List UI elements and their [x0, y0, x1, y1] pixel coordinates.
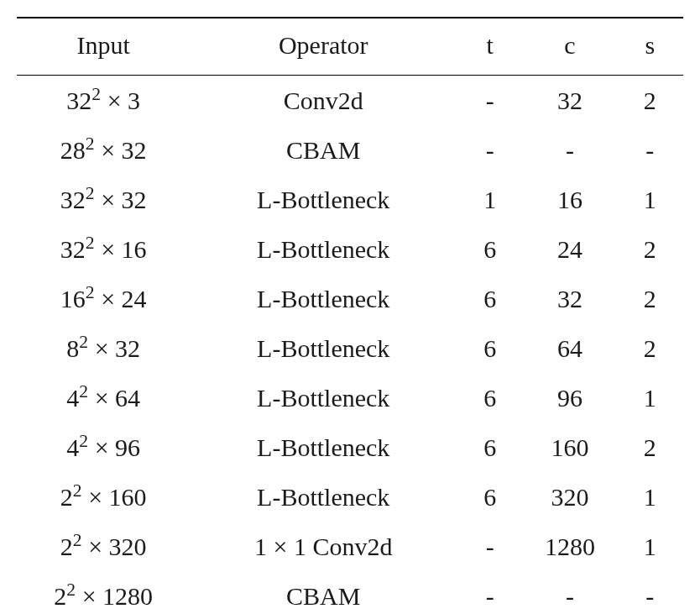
input-suffix: × 32	[95, 186, 147, 213]
col-header-operator: Operator	[190, 18, 457, 76]
input-base: 2	[60, 533, 73, 560]
input-exponent: 2	[86, 183, 95, 203]
cell-s: 2	[617, 274, 683, 323]
table-row: 322 × 16L-Bottleneck6242	[17, 224, 683, 274]
cell-input: 22 × 160	[17, 472, 190, 522]
cell-t: 6	[457, 373, 523, 422]
cell-c: 24	[523, 224, 616, 274]
cell-t: 6	[457, 323, 523, 373]
cell-input: 82 × 32	[17, 323, 190, 373]
input-exponent: 2	[73, 480, 82, 501]
col-header-t: t	[457, 18, 523, 76]
cell-operator: L-Bottleneck	[190, 472, 457, 522]
cell-s: -	[617, 571, 683, 614]
cell-t: 6	[457, 472, 523, 522]
cell-operator: L-Bottleneck	[190, 274, 457, 323]
input-base: 8	[66, 334, 79, 362]
cell-input: 322 × 32	[17, 175, 190, 224]
cell-t: 1	[457, 175, 523, 224]
cell-t: -	[457, 571, 523, 614]
cell-c: 160	[523, 422, 616, 472]
cell-s: 1	[617, 175, 683, 224]
cell-input: 22 × 1280	[17, 571, 190, 614]
input-suffix: × 96	[88, 433, 140, 461]
cell-s: 2	[617, 76, 683, 126]
table-row: 22 × 3201 × 1 Conv2d-12801	[17, 522, 683, 571]
cell-input: 42 × 64	[17, 373, 190, 422]
input-base: 32	[66, 87, 91, 114]
cell-c: -	[523, 571, 616, 614]
cell-t: -	[457, 522, 523, 571]
cell-s: 2	[617, 224, 683, 274]
cell-operator: L-Bottleneck	[190, 422, 457, 472]
cell-c: 1280	[523, 522, 616, 571]
input-base: 2	[60, 483, 73, 511]
col-header-input: Input	[17, 18, 190, 76]
input-exponent: 2	[79, 332, 88, 352]
cell-s: 1	[617, 373, 683, 422]
input-base: 2	[54, 582, 66, 610]
table-row: 22 × 160L-Bottleneck63201	[17, 472, 683, 522]
cell-c: 32	[523, 274, 616, 323]
input-suffix: × 16	[95, 235, 147, 263]
input-exponent: 2	[73, 530, 82, 550]
cell-s: 1	[617, 522, 683, 571]
cell-input: 162 × 24	[17, 274, 190, 323]
table-body: 322 × 3Conv2d-322282 × 32CBAM---322 × 32…	[17, 76, 683, 615]
cell-s: 2	[617, 323, 683, 373]
cell-c: 16	[523, 175, 616, 224]
col-header-c: c	[523, 18, 616, 76]
input-base: 4	[66, 384, 79, 412]
cell-t: -	[457, 125, 523, 175]
cell-operator: L-Bottleneck	[190, 175, 457, 224]
table-row: 282 × 32CBAM---	[17, 125, 683, 175]
cell-c: 64	[523, 323, 616, 373]
cell-c: 320	[523, 472, 616, 522]
input-exponent: 2	[86, 233, 95, 253]
input-base: 32	[60, 186, 86, 213]
input-suffix: × 32	[95, 136, 147, 164]
input-base: 28	[60, 136, 86, 164]
cell-operator: CBAM	[190, 125, 457, 175]
cell-t: 6	[457, 224, 523, 274]
input-suffix: × 32	[88, 334, 140, 362]
table-row: 162 × 24L-Bottleneck6322	[17, 274, 683, 323]
cell-operator: Conv2d	[190, 76, 457, 126]
input-suffix: × 3	[101, 87, 140, 114]
cell-operator: L-Bottleneck	[190, 224, 457, 274]
cell-t: 6	[457, 422, 523, 472]
table-row: 82 × 32L-Bottleneck6642	[17, 323, 683, 373]
input-base: 32	[60, 235, 86, 263]
input-exponent: 2	[79, 431, 88, 451]
cell-t: -	[457, 76, 523, 126]
table: Input Operator t c s 322 × 3Conv2d-32228…	[17, 17, 683, 614]
input-exponent: 2	[86, 134, 95, 154]
cell-s: 2	[617, 422, 683, 472]
table-row: 42 × 96L-Bottleneck61602	[17, 422, 683, 472]
cell-c: -	[523, 125, 616, 175]
input-suffix: × 1280	[76, 582, 153, 610]
table-row: 322 × 3Conv2d-322	[17, 76, 683, 126]
input-base: 16	[60, 285, 86, 312]
cell-t: 6	[457, 274, 523, 323]
cell-c: 32	[523, 76, 616, 126]
input-suffix: × 24	[95, 285, 147, 312]
input-suffix: × 160	[82, 483, 147, 511]
table-row: 322 × 32L-Bottleneck1161	[17, 175, 683, 224]
input-exponent: 2	[86, 282, 95, 302]
input-exponent: 2	[91, 84, 101, 104]
input-suffix: × 320	[82, 533, 147, 560]
input-base: 4	[66, 433, 79, 461]
cell-input: 282 × 32	[17, 125, 190, 175]
cell-operator: L-Bottleneck	[190, 323, 457, 373]
table-row: 22 × 1280CBAM---	[17, 571, 683, 614]
table-row: 42 × 64L-Bottleneck6961	[17, 373, 683, 422]
col-header-s: s	[617, 18, 683, 76]
input-suffix: × 64	[88, 384, 140, 412]
input-exponent: 2	[66, 580, 76, 600]
cell-operator: L-Bottleneck	[190, 373, 457, 422]
architecture-table: Input Operator t c s 322 × 3Conv2d-32228…	[17, 17, 683, 614]
cell-input: 42 × 96	[17, 422, 190, 472]
cell-input: 322 × 3	[17, 76, 190, 126]
cell-operator: CBAM	[190, 571, 457, 614]
